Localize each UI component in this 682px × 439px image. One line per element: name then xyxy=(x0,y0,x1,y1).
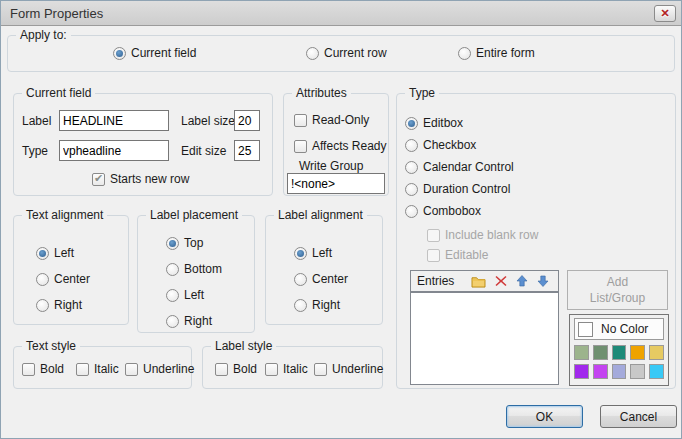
text-style-group: Text style Bold Italic Underline xyxy=(13,346,192,389)
label-style-group-label: Label style xyxy=(211,339,276,353)
type-field-input[interactable] xyxy=(59,140,169,161)
checkbox-label: Underline xyxy=(332,362,383,376)
apply-to-group: Apply to: Current field Current row Enti… xyxy=(7,35,675,72)
radio-apply-current-row[interactable]: Current row xyxy=(306,46,387,60)
no-color-swatch xyxy=(578,322,593,337)
checkbox-icon xyxy=(215,363,228,376)
radio-icon xyxy=(405,183,418,196)
color-swatch[interactable] xyxy=(574,364,589,379)
radio-text-align-center[interactable]: Center xyxy=(36,272,90,286)
radio-type-calendar-control[interactable]: Calendar Control xyxy=(405,160,514,174)
radio-label-align-center[interactable]: Center xyxy=(294,272,348,286)
radio-apply-current-field[interactable]: Current field xyxy=(113,46,196,60)
label-placement-group: Label placement Top Bottom Left Right xyxy=(137,215,255,333)
radio-type-combobox[interactable]: Combobox xyxy=(405,204,481,218)
entries-listbox[interactable] xyxy=(410,292,559,385)
radio-label: Right xyxy=(54,298,82,312)
label-size-input[interactable] xyxy=(234,110,260,131)
close-button[interactable]: ✕ xyxy=(654,5,676,22)
text-alignment-group-label: Text alignment xyxy=(22,208,107,222)
move-entry-up-icon[interactable] xyxy=(516,275,528,287)
radio-icon xyxy=(294,299,307,312)
checkbox-affects-ready[interactable]: Affects Ready xyxy=(294,139,386,153)
radio-label-placement-bottom[interactable]: Bottom xyxy=(166,262,222,276)
checkbox-text-italic[interactable]: Italic xyxy=(76,362,119,376)
label-field-input[interactable] xyxy=(59,110,169,131)
checkbox-label-underline[interactable]: Underline xyxy=(314,362,383,376)
radio-type-checkbox[interactable]: Checkbox xyxy=(405,138,476,152)
radio-icon xyxy=(294,273,307,286)
edit-size-input[interactable] xyxy=(234,140,260,161)
color-swatch[interactable] xyxy=(649,364,664,379)
radio-type-duration-control[interactable]: Duration Control xyxy=(405,182,510,196)
radio-label-align-left[interactable]: Left xyxy=(294,246,332,260)
attributes-group: Attributes Read-Only Affects Ready Write… xyxy=(283,93,389,196)
checkbox-icon xyxy=(294,140,307,153)
radio-text-align-right[interactable]: Right xyxy=(36,298,82,312)
color-swatch[interactable] xyxy=(649,345,664,360)
radio-icon xyxy=(166,263,179,276)
text-alignment-group: Text alignment Left Center Right xyxy=(13,215,129,325)
ok-button[interactable]: OK xyxy=(506,405,583,428)
radio-text-align-left[interactable]: Left xyxy=(36,246,74,260)
cancel-button[interactable]: Cancel xyxy=(600,405,677,428)
radio-label: Calendar Control xyxy=(423,160,514,174)
checkbox-label: Read-Only xyxy=(312,113,369,127)
add-list-group-label: Add List/Group xyxy=(583,274,653,306)
radio-icon xyxy=(166,289,179,302)
checkbox-text-underline[interactable]: Underline xyxy=(125,362,194,376)
radio-label-placement-left[interactable]: Left xyxy=(166,288,204,302)
radio-label: Bottom xyxy=(184,262,222,276)
radio-label: Left xyxy=(54,246,74,260)
radio-icon xyxy=(458,47,471,60)
radio-icon xyxy=(405,161,418,174)
radio-icon xyxy=(306,47,319,60)
checkbox-text-bold[interactable]: Bold xyxy=(22,362,64,376)
color-swatch[interactable] xyxy=(612,364,627,379)
move-entry-down-icon[interactable] xyxy=(537,275,549,287)
color-swatch[interactable] xyxy=(574,345,589,360)
title-bar: Form Properties xyxy=(1,1,681,26)
write-group-input[interactable] xyxy=(287,173,385,194)
checkbox-label-bold[interactable]: Bold xyxy=(215,362,257,376)
radio-label-placement-top[interactable]: Top xyxy=(166,236,203,250)
type-field-label: Type xyxy=(22,144,48,158)
delete-entry-icon[interactable] xyxy=(495,275,507,287)
radio-label: Left xyxy=(312,246,332,260)
color-swatch[interactable] xyxy=(630,364,645,379)
no-color-label: No Color xyxy=(601,322,648,336)
checkbox-label: Italic xyxy=(94,362,119,376)
radio-selected-icon xyxy=(294,247,307,260)
checkbox-disabled-icon xyxy=(427,229,440,242)
current-field-group-label: Current field xyxy=(22,86,95,100)
checkbox-label: Editable xyxy=(445,248,488,262)
radio-type-editbox[interactable]: Editbox xyxy=(405,116,463,130)
radio-label: Top xyxy=(184,236,203,250)
new-entry-folder-icon[interactable] xyxy=(471,275,486,288)
radio-label: Right xyxy=(184,314,212,328)
color-swatch[interactable] xyxy=(630,345,645,360)
checkbox-starts-new-row[interactable]: Starts new row xyxy=(92,172,189,186)
checkbox-label-italic[interactable]: Italic xyxy=(265,362,308,376)
swatch-row xyxy=(574,364,664,379)
radio-icon xyxy=(405,139,418,152)
radio-label-align-right[interactable]: Right xyxy=(294,298,340,312)
checkbox-disabled-icon xyxy=(427,249,440,262)
radio-label-placement-right[interactable]: Right xyxy=(166,314,212,328)
color-swatch[interactable] xyxy=(593,364,608,379)
radio-label: Combobox xyxy=(423,204,481,218)
add-list-group-button: Add List/Group xyxy=(567,270,668,310)
radio-icon xyxy=(36,273,49,286)
type-group: Type Editbox Checkbox Calendar Control D… xyxy=(396,93,676,389)
no-color-button[interactable]: No Color xyxy=(574,318,664,340)
color-swatch[interactable] xyxy=(593,345,608,360)
apply-to-group-label: Apply to: xyxy=(16,28,71,42)
radio-icon xyxy=(166,315,179,328)
radio-selected-icon xyxy=(36,247,49,260)
radio-selected-icon xyxy=(166,237,179,250)
radio-apply-entire-form[interactable]: Entire form xyxy=(458,46,535,60)
color-swatch[interactable] xyxy=(612,345,627,360)
label-alignment-group: Label alignment Left Center Right xyxy=(265,215,383,325)
checkbox-read-only[interactable]: Read-Only xyxy=(294,113,369,127)
current-field-group: Current field Label Label size Type Edit… xyxy=(13,93,273,196)
